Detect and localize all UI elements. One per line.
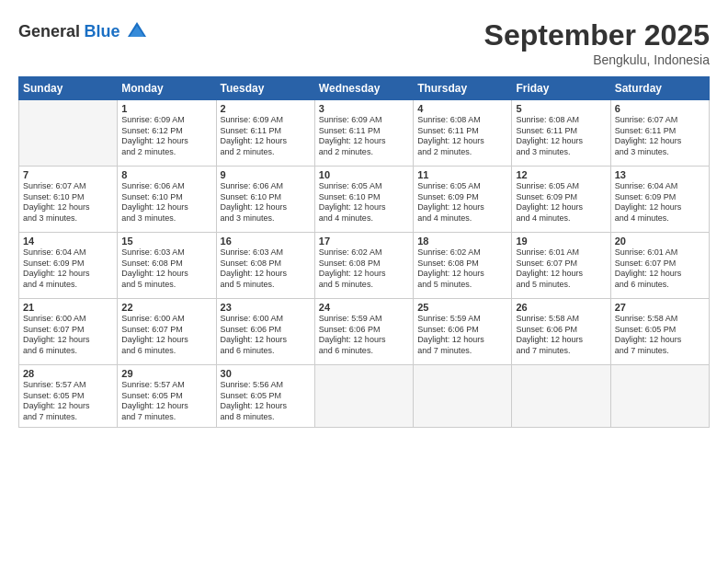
calendar-cell: 11Sunrise: 6:05 AM Sunset: 6:09 PM Dayli… [414,167,512,233]
day-number: 15 [121,236,211,247]
day-info: Sunrise: 6:00 AM Sunset: 6:06 PM Dayligh… [221,314,311,357]
calendar-cell: 28Sunrise: 5:57 AM Sunset: 6:05 PM Dayli… [19,365,118,428]
day-info: Sunrise: 5:57 AM Sunset: 6:05 PM Dayligh… [121,380,211,423]
calendar-cell: 1Sunrise: 6:09 AM Sunset: 6:12 PM Daylig… [118,100,216,167]
day-info: Sunrise: 6:04 AM Sunset: 6:09 PM Dayligh… [23,247,113,291]
calendar-cell: 13Sunrise: 6:04 AM Sunset: 6:09 PM Dayli… [610,167,709,233]
week-row-2: 7Sunrise: 6:07 AM Sunset: 6:10 PM Daylig… [19,167,710,233]
day-info: Sunrise: 5:59 AM Sunset: 6:06 PM Dayligh… [319,314,409,357]
col-wednesday: Wednesday [314,77,413,100]
day-info: Sunrise: 6:09 AM Sunset: 6:11 PM Dayligh… [221,115,311,158]
day-info: Sunrise: 6:06 AM Sunset: 6:10 PM Dayligh… [121,181,211,224]
day-info: Sunrise: 6:00 AM Sunset: 6:07 PM Dayligh… [23,314,113,357]
week-row-1: 1Sunrise: 6:09 AM Sunset: 6:12 PM Daylig… [19,100,710,167]
day-number: 30 [221,368,311,379]
day-info: Sunrise: 6:01 AM Sunset: 6:07 PM Dayligh… [615,247,705,291]
day-info: Sunrise: 6:08 AM Sunset: 6:11 PM Dayligh… [516,115,606,158]
day-number: 20 [615,236,705,247]
calendar-cell: 14Sunrise: 6:04 AM Sunset: 6:09 PM Dayli… [19,233,118,299]
day-number: 6 [615,103,705,114]
day-info: Sunrise: 6:05 AM Sunset: 6:09 PM Dayligh… [516,181,606,224]
calendar-cell [610,365,709,428]
week-row-5: 28Sunrise: 5:57 AM Sunset: 6:05 PM Dayli… [19,365,710,428]
day-number: 3 [319,103,409,114]
calendar-cell: 6Sunrise: 6:07 AM Sunset: 6:11 PM Daylig… [610,100,709,167]
day-info: Sunrise: 6:06 AM Sunset: 6:10 PM Dayligh… [221,181,311,224]
day-number: 4 [417,103,507,114]
week-row-3: 14Sunrise: 6:04 AM Sunset: 6:09 PM Dayli… [19,233,710,299]
calendar-cell: 9Sunrise: 6:06 AM Sunset: 6:10 PM Daylig… [216,167,314,233]
day-info: Sunrise: 6:02 AM Sunset: 6:08 PM Dayligh… [417,247,507,291]
logo-icon [124,18,150,44]
day-number: 24 [319,302,409,313]
calendar-cell: 27Sunrise: 5:58 AM Sunset: 6:05 PM Dayli… [610,299,709,365]
day-number: 18 [417,236,507,247]
calendar-cell: 19Sunrise: 6:01 AM Sunset: 6:07 PM Dayli… [512,233,610,299]
page: General Blue September 2025 Bengkulu, In… [0,0,728,563]
calendar-cell [512,365,610,428]
day-info: Sunrise: 6:01 AM Sunset: 6:07 PM Dayligh… [516,247,606,291]
week-row-4: 21Sunrise: 6:00 AM Sunset: 6:07 PM Dayli… [19,299,710,365]
day-number: 19 [516,236,606,247]
day-number: 16 [221,236,311,247]
day-info: Sunrise: 6:07 AM Sunset: 6:10 PM Dayligh… [23,181,113,224]
header: General Blue September 2025 Bengkulu, In… [18,18,710,67]
day-number: 27 [615,302,705,313]
calendar-cell: 15Sunrise: 6:03 AM Sunset: 6:08 PM Dayli… [118,233,216,299]
calendar-cell: 10Sunrise: 6:05 AM Sunset: 6:10 PM Dayli… [314,167,413,233]
col-friday: Friday [512,77,610,100]
logo-blue: Blue [85,22,120,40]
calendar-cell [19,100,118,167]
day-number: 13 [615,169,705,180]
day-number: 23 [221,302,311,313]
calendar-cell: 2Sunrise: 6:09 AM Sunset: 6:11 PM Daylig… [216,100,314,167]
calendar-cell: 22Sunrise: 6:00 AM Sunset: 6:07 PM Dayli… [118,299,216,365]
day-number: 22 [121,302,211,313]
day-number: 17 [319,236,409,247]
day-number: 12 [516,169,606,180]
day-info: Sunrise: 6:09 AM Sunset: 6:12 PM Dayligh… [121,115,211,158]
day-info: Sunrise: 6:03 AM Sunset: 6:08 PM Dayligh… [121,247,211,291]
day-number: 7 [23,169,113,180]
col-saturday: Saturday [610,77,709,100]
col-sunday: Sunday [19,77,118,100]
calendar-cell [414,365,512,428]
calendar-cell: 17Sunrise: 6:02 AM Sunset: 6:08 PM Dayli… [314,233,413,299]
weekday-header-row: Sunday Monday Tuesday Wednesday Thursday… [19,77,710,100]
day-number: 11 [417,169,507,180]
calendar-cell [314,365,413,428]
calendar-cell: 25Sunrise: 5:59 AM Sunset: 6:06 PM Dayli… [414,299,512,365]
calendar-cell: 18Sunrise: 6:02 AM Sunset: 6:08 PM Dayli… [414,233,512,299]
calendar-cell: 5Sunrise: 6:08 AM Sunset: 6:11 PM Daylig… [512,100,610,167]
calendar-cell: 3Sunrise: 6:09 AM Sunset: 6:11 PM Daylig… [314,100,413,167]
month-title: September 2025 [484,18,710,52]
day-info: Sunrise: 6:05 AM Sunset: 6:09 PM Dayligh… [417,181,507,224]
logo-general: General [18,22,80,40]
calendar-cell: 12Sunrise: 6:05 AM Sunset: 6:09 PM Dayli… [512,167,610,233]
day-info: Sunrise: 5:59 AM Sunset: 6:06 PM Dayligh… [417,314,507,357]
day-number: 2 [221,103,311,114]
calendar-cell: 8Sunrise: 6:06 AM Sunset: 6:10 PM Daylig… [118,167,216,233]
calendar-cell: 30Sunrise: 5:56 AM Sunset: 6:05 PM Dayli… [216,365,314,428]
day-info: Sunrise: 5:57 AM Sunset: 6:05 PM Dayligh… [23,380,113,423]
day-number: 25 [417,302,507,313]
day-info: Sunrise: 5:58 AM Sunset: 6:06 PM Dayligh… [516,314,606,357]
day-info: Sunrise: 5:56 AM Sunset: 6:05 PM Dayligh… [221,380,311,423]
calendar-cell: 26Sunrise: 5:58 AM Sunset: 6:06 PM Dayli… [512,299,610,365]
col-thursday: Thursday [414,77,512,100]
day-number: 26 [516,302,606,313]
day-number: 5 [516,103,606,114]
day-info: Sunrise: 6:09 AM Sunset: 6:11 PM Dayligh… [319,115,409,158]
day-number: 21 [23,302,113,313]
day-info: Sunrise: 6:05 AM Sunset: 6:10 PM Dayligh… [319,181,409,224]
day-info: Sunrise: 6:07 AM Sunset: 6:11 PM Dayligh… [615,115,705,158]
col-tuesday: Tuesday [216,77,314,100]
day-number: 29 [121,368,211,379]
calendar-cell: 21Sunrise: 6:00 AM Sunset: 6:07 PM Dayli… [19,299,118,365]
day-info: Sunrise: 6:08 AM Sunset: 6:11 PM Dayligh… [417,115,507,158]
calendar-cell: 16Sunrise: 6:03 AM Sunset: 6:08 PM Dayli… [216,233,314,299]
calendar-cell: 29Sunrise: 5:57 AM Sunset: 6:05 PM Dayli… [118,365,216,428]
location-subtitle: Bengkulu, Indonesia [484,52,710,67]
day-number: 1 [121,103,211,114]
day-info: Sunrise: 6:00 AM Sunset: 6:07 PM Dayligh… [121,314,211,357]
